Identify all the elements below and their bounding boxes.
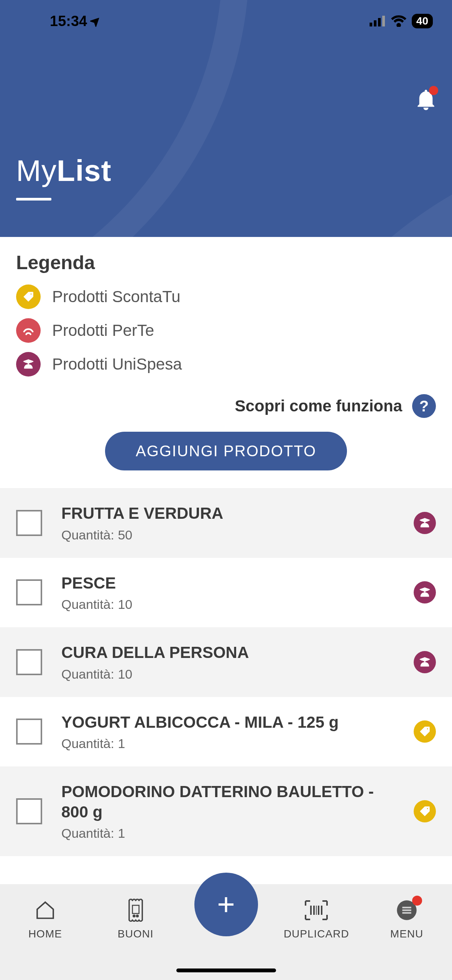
svg-rect-8 — [132, 905, 139, 913]
content-area: Legenda Prodotti ScontaTuProdotti PerTeP… — [0, 237, 452, 884]
svg-rect-1 — [374, 20, 376, 26]
graduation-cap-icon — [414, 512, 436, 534]
svg-rect-3 — [382, 16, 385, 26]
signal-icon — [16, 318, 41, 343]
graduation-cap-icon — [414, 581, 436, 603]
add-button-wrap: AGGIUNGI PRODOTTO — [0, 432, 452, 488]
list-item[interactable]: PESCEQuantità: 10 — [0, 558, 452, 628]
notification-dot — [429, 86, 438, 95]
svg-point-10 — [136, 915, 138, 917]
battery-level: 40 — [416, 15, 428, 27]
signal-icon — [370, 16, 386, 26]
item-checkbox[interactable] — [16, 798, 42, 824]
item-name: PESCE — [61, 573, 394, 594]
product-list: FRUTTA E VERDURAQuantità: 50PESCEQuantit… — [0, 488, 452, 856]
nav-menu-label: MENU — [390, 928, 423, 940]
add-product-button[interactable]: AGGIUNGI PRODOTTO — [105, 432, 347, 470]
item-body: POMODORINO DATTERINO BAULETTO - 800 gQua… — [61, 782, 394, 841]
list-item[interactable]: YOGURT ALBICOCCA - MILA - 125 gQuantità:… — [0, 697, 452, 767]
help-icon[interactable]: ? — [412, 394, 436, 418]
item-checkbox[interactable] — [16, 649, 42, 675]
tag-icon — [414, 800, 436, 822]
item-checkbox[interactable] — [16, 579, 42, 605]
list-item[interactable]: POMODORINO DATTERINO BAULETTO - 800 gQua… — [0, 766, 452, 856]
item-quantity: Quantità: 10 — [61, 597, 394, 612]
nav-buoni-label: BUONI — [118, 928, 154, 940]
page-title: MyList — [16, 153, 112, 188]
wifi-icon — [391, 15, 406, 27]
item-name: POMODORINO DATTERINO BAULETTO - 800 g — [61, 782, 394, 822]
item-quantity: Quantità: 1 — [61, 826, 394, 841]
nav-home[interactable]: HOME — [7, 898, 84, 940]
nav-buoni[interactable]: BUONI — [97, 898, 174, 940]
bottom-nav: HOME BUONI DUPLICARD MENU + — [0, 884, 452, 980]
item-checkbox[interactable] — [16, 510, 42, 536]
legend-title: Legenda — [16, 252, 436, 274]
title-bold: List — [57, 154, 112, 187]
barcode-icon — [304, 899, 329, 921]
item-quantity: Quantità: 1 — [61, 736, 394, 751]
discover-row[interactable]: Scopri come funziona ? — [0, 390, 452, 432]
decorative-arc — [241, 138, 452, 237]
legend-row: Prodotti ScontaTu — [16, 284, 436, 309]
item-name: YOGURT ALBICOCCA - MILA - 125 g — [61, 712, 394, 733]
item-body: FRUTTA E VERDURAQuantità: 50 — [61, 503, 394, 543]
svg-rect-7 — [424, 661, 426, 662]
battery-badge: 40 — [412, 14, 433, 28]
svg-rect-6 — [424, 591, 426, 592]
svg-rect-2 — [378, 18, 381, 26]
home-icon — [35, 899, 56, 921]
status-time: 15:34 — [50, 13, 102, 30]
item-name: CURA DELLA PERSONA — [61, 643, 394, 663]
svg-rect-0 — [370, 23, 372, 26]
notifications-button[interactable] — [416, 88, 436, 112]
item-name: FRUTTA E VERDURA — [61, 503, 394, 524]
tag-icon — [414, 720, 436, 743]
legend-label: Prodotti ScontaTu — [52, 288, 181, 306]
item-body: YOGURT ALBICOCCA - MILA - 125 gQuantità:… — [61, 712, 394, 751]
nav-duplicard-label: DUPLICARD — [284, 928, 349, 940]
fab-add-button[interactable]: + — [194, 873, 258, 936]
menu-notification-dot — [412, 896, 422, 906]
clock-text: 15:34 — [50, 13, 87, 30]
home-indicator[interactable] — [176, 968, 276, 972]
nav-home-label: HOME — [28, 928, 62, 940]
svg-rect-5 — [424, 521, 426, 523]
nav-duplicard[interactable]: DUPLICARD — [278, 898, 355, 940]
item-checkbox[interactable] — [16, 719, 42, 745]
coupon-icon — [126, 899, 146, 922]
item-body: PESCEQuantità: 10 — [61, 573, 394, 612]
legend-block: Legenda Prodotti ScontaTuProdotti PerTeP… — [0, 237, 452, 390]
list-item[interactable]: FRUTTA E VERDURAQuantità: 50 — [0, 488, 452, 558]
legend-label: Prodotti UniSpesa — [52, 355, 182, 373]
title-underline — [16, 198, 51, 201]
item-quantity: Quantità: 50 — [61, 528, 394, 543]
legend-label: Prodotti PerTe — [52, 321, 154, 340]
legend-row: Prodotti UniSpesa — [16, 352, 436, 377]
title-light: My — [16, 154, 57, 187]
graduation-cap-icon — [414, 651, 436, 673]
svg-rect-4 — [28, 363, 29, 364]
list-item[interactable]: CURA DELLA PERSONAQuantità: 10 — [0, 627, 452, 697]
graduation-cap-icon — [16, 352, 41, 377]
tag-icon — [16, 284, 41, 309]
location-icon — [90, 15, 102, 27]
nav-menu[interactable]: MENU — [368, 898, 445, 940]
svg-point-9 — [133, 915, 135, 917]
plus-icon: + — [217, 887, 235, 922]
status-icons: 40 — [370, 14, 433, 28]
status-bar: 15:34 40 — [0, 0, 452, 42]
item-quantity: Quantità: 10 — [61, 667, 394, 682]
legend-row: Prodotti PerTe — [16, 318, 436, 343]
item-body: CURA DELLA PERSONAQuantità: 10 — [61, 643, 394, 682]
discover-text: Scopri come funziona — [235, 397, 402, 415]
